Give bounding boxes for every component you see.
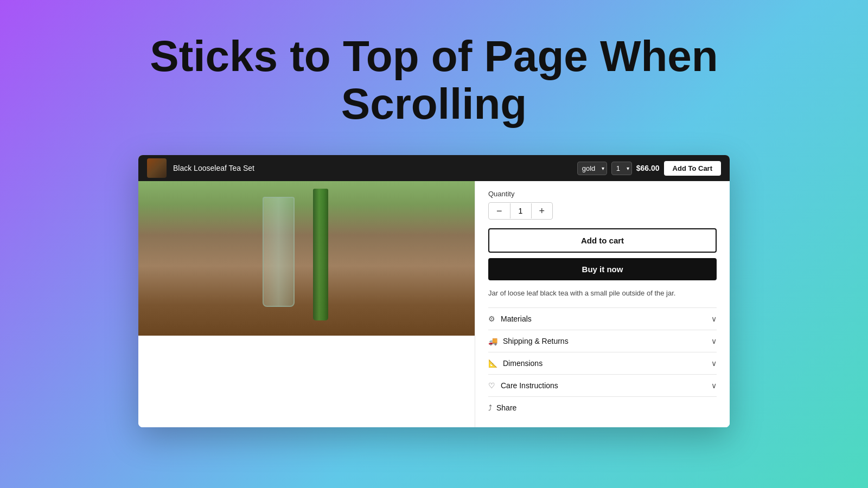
accordion-care-left: ♡ Care Instructions	[488, 381, 558, 390]
dimensions-label: Dimensions	[503, 359, 542, 368]
materials-chevron-icon: ∨	[711, 314, 717, 323]
headline-line1: Sticks to Top of Page When	[150, 32, 718, 80]
variant-select[interactable]: gold	[577, 162, 607, 175]
accordion-shipping-left: 🚚 Shipping & Returns	[488, 337, 569, 345]
dimensions-icon: 📐	[488, 359, 497, 368]
accordion-dimensions[interactable]: 📐 Dimensions ∨	[488, 352, 717, 374]
thumbnail-image	[147, 158, 167, 178]
add-to-cart-button[interactable]: Add to cart	[488, 228, 717, 253]
quantity-decrease-button[interactable]: −	[489, 203, 510, 219]
quantity-value: 1	[510, 203, 532, 219]
sticky-price: $66.00	[636, 164, 660, 172]
product-content: Quantity − 1 + Add to cart Buy it now Ja…	[138, 181, 730, 427]
variant-select-wrapper[interactable]: gold	[577, 162, 607, 175]
accordion-shipping[interactable]: 🚚 Shipping & Returns ∨	[488, 330, 717, 352]
materials-label: Materials	[501, 314, 532, 323]
accordion-care[interactable]: ♡ Care Instructions ∨	[488, 374, 717, 396]
product-details: Quantity − 1 + Add to cart Buy it now Ja…	[475, 181, 730, 427]
dimensions-chevron-icon: ∨	[711, 359, 717, 368]
accordion-materials[interactable]: ⚙ Materials ∨	[488, 307, 717, 330]
care-chevron-icon: ∨	[711, 381, 717, 390]
quantity-select[interactable]: 1	[611, 162, 632, 175]
product-description: Jar of loose leaf black tea with a small…	[488, 288, 717, 299]
care-icon: ♡	[488, 381, 495, 390]
quantity-label: Quantity	[488, 190, 717, 198]
materials-icon: ⚙	[488, 314, 495, 323]
sticky-product-title: Black Looseleaf Tea Set	[173, 164, 571, 172]
share-icon: ⤴	[488, 403, 492, 412]
quantity-select-wrapper[interactable]: 1	[611, 162, 632, 175]
product-image	[138, 181, 475, 336]
sticky-bar: Black Looseleaf Tea Set gold 1 $66.00 Ad…	[138, 155, 730, 181]
accordion-materials-left: ⚙ Materials	[488, 314, 532, 323]
quantity-increase-button[interactable]: +	[532, 203, 553, 219]
sticky-controls: gold 1 $66.00 Add To Cart	[577, 161, 721, 176]
shipping-label: Shipping & Returns	[503, 337, 569, 345]
care-label: Care Instructions	[501, 381, 558, 390]
share-label: Share	[496, 403, 516, 412]
product-image-area	[138, 181, 475, 427]
quantity-section: Quantity − 1 +	[488, 190, 717, 220]
sticky-add-to-cart-button[interactable]: Add To Cart	[664, 161, 721, 176]
share-row[interactable]: ⤴ Share	[488, 396, 717, 419]
accordion-dimensions-left: 📐 Dimensions	[488, 359, 542, 368]
buy-now-button[interactable]: Buy it now	[488, 258, 717, 280]
product-thumbnail	[147, 158, 167, 178]
quantity-controls: − 1 +	[488, 202, 553, 220]
page-headline: Sticks to Top of Page When Scrolling	[150, 33, 718, 128]
shipping-chevron-icon: ∨	[711, 337, 717, 345]
browser-window: Black Looseleaf Tea Set gold 1 $66.00 Ad…	[138, 155, 730, 427]
headline-line2: Scrolling	[341, 80, 527, 128]
shipping-icon: 🚚	[488, 337, 497, 345]
